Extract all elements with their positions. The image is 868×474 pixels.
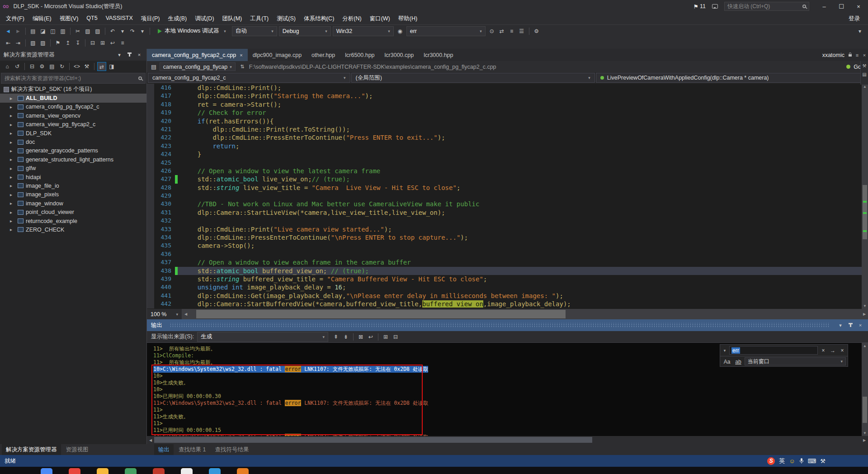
- toolbox-icon[interactable]: ⚒: [861, 63, 868, 68]
- find-next-icon[interactable]: →: [829, 347, 837, 354]
- taskbar-app-icon[interactable]: [125, 468, 137, 474]
- code-line-442[interactable]: 442 dlp::Camera::StartBufferedView(*came…: [147, 300, 862, 308]
- member-dropdown[interactable]: LivePreviewOfCameraWithAppliedConfig(dlp…: [596, 73, 867, 83]
- collapse-all2-icon[interactable]: ⊟: [391, 332, 400, 341]
- view-code-icon[interactable]: <>: [72, 62, 81, 71]
- tree-item-returncode_example[interactable]: ▸returncode_example: [0, 217, 146, 225]
- code-editor[interactable]: 416 dlp::CmdLine::Print();417 dlp::CmdLi…: [147, 84, 868, 309]
- menu-item[interactable]: 编辑(E): [28, 13, 56, 24]
- taskbar-app-icon[interactable]: [69, 468, 80, 474]
- tree-item-solution-root[interactable]: 解决方案'DLP_SDK' (16 个项目): [0, 85, 146, 94]
- code-line-420[interactable]: 420 if(ret.hasErrors()){: [147, 117, 862, 125]
- open-folder-icon[interactable]: ◪: [38, 27, 47, 36]
- menu-item[interactable]: 文件(F): [2, 13, 28, 24]
- next-bookmark-icon[interactable]: ↧: [73, 38, 82, 47]
- properties-icon[interactable]: ⚙: [38, 62, 47, 71]
- menu-item[interactable]: 分析(N): [338, 13, 365, 24]
- tree-item-generate_structured_light_patterns[interactable]: ▸generate_structured_light_patterns: [0, 155, 146, 164]
- chevron-right-icon[interactable]: ▸: [10, 131, 15, 136]
- format-icon[interactable]: ≡: [118, 38, 127, 47]
- taskbar-app-icon[interactable]: [41, 468, 52, 474]
- nav-back-icon[interactable]: ◄: [4, 27, 13, 36]
- output-line[interactable]: 11>ClCompile:: [153, 352, 194, 359]
- output-line[interactable]: 10>已用时间 00:00:00.30: [153, 393, 221, 400]
- expand-icon[interactable]: ⊞: [98, 38, 107, 47]
- chevron-right-icon[interactable]: ▸: [10, 104, 15, 109]
- navigate-icon[interactable]: ⇄: [497, 27, 506, 36]
- pin-icon[interactable]: [847, 322, 854, 328]
- find-combo[interactable]: err▾: [406, 26, 486, 36]
- keyboard-icon[interactable]: ⌨: [808, 458, 816, 465]
- code-line-440[interactable]: 440 unsigned int image_playback_delay = …: [147, 283, 862, 291]
- expand-all-icon[interactable]: ⊞: [381, 332, 390, 341]
- va-find-label[interactable]: xxatomic: [822, 52, 844, 58]
- panel-tab-查找符号结果[interactable]: 查找符号结果: [211, 444, 253, 455]
- output-content[interactable]: 11> 所有输出均为最新。11>ClCompile:11> 所有输出均为最新。1…: [147, 343, 868, 436]
- output-line[interactable]: 10>: [153, 373, 163, 379]
- chevron-right-icon[interactable]: ▸: [10, 175, 15, 180]
- window-position-icon[interactable]: ▾: [837, 322, 844, 328]
- code-line-428[interactable]: 428 std::string live_view_title = "Camer…: [147, 184, 862, 192]
- maximize-button[interactable]: ☐: [835, 3, 848, 10]
- panel-tab-解决方案资源管理器[interactable]: 解决方案资源管理器: [2, 444, 61, 455]
- code-line-424[interactable]: 424 }: [147, 150, 862, 158]
- panel-tab-资源视图[interactable]: 资源视图: [62, 444, 93, 455]
- notifications-flag-icon[interactable]: ⚑11: [693, 3, 706, 10]
- chevron-right-icon[interactable]: ▸: [10, 210, 15, 215]
- code-line-430[interactable]: 430 //TBD - Not work on Linux and Mac be…: [147, 200, 862, 208]
- output-line[interactable]: 11>生成失败。: [153, 413, 189, 420]
- taskbar-app-icon[interactable]: [97, 468, 108, 474]
- uncomment-icon[interactable]: ▨: [38, 38, 47, 47]
- close-icon[interactable]: ×: [857, 322, 864, 328]
- home-icon[interactable]: ⌂: [3, 62, 12, 71]
- clear-icon[interactable]: ×: [819, 347, 827, 354]
- menu-item[interactable]: 体系结构(C): [300, 13, 338, 24]
- grip-dots[interactable]: [170, 323, 830, 328]
- taskbar-app-icon[interactable]: [181, 468, 193, 474]
- code-line-437[interactable]: 437 // Open a window to view each frame …: [147, 258, 862, 266]
- sogou-logo-icon[interactable]: S: [767, 457, 775, 465]
- solution-search-box[interactable]: 搜索解决方案资源管理器(Ctrl+;): [1, 73, 146, 84]
- chevron-right-icon[interactable]: ▸: [10, 157, 15, 162]
- zoom-dropdown[interactable]: 100 %▾: [147, 309, 182, 319]
- copy-icon[interactable]: ▧: [83, 27, 92, 36]
- code-line-426[interactable]: 426 // Open a window to view the latest …: [147, 167, 862, 175]
- prev-bookmark-icon[interactable]: ↥: [63, 38, 72, 47]
- chevron-right-icon[interactable]: ▸: [10, 140, 15, 145]
- scroll-down-icon[interactable]: ▼: [862, 304, 868, 308]
- window-position-icon[interactable]: ▾: [116, 52, 123, 58]
- chevron-right-icon[interactable]: ▸: [10, 192, 15, 197]
- find-input[interactable]: err: [729, 346, 818, 355]
- chevron-right-icon[interactable]: ▸: [10, 201, 15, 206]
- goto-next-icon[interactable]: ⇟: [341, 332, 350, 341]
- output-vertical-scrollbar[interactable]: ▲ ▼: [862, 343, 868, 436]
- scroll-right-icon[interactable]: ▶: [861, 312, 868, 316]
- platform-dropdown[interactable]: Win32▾: [333, 26, 394, 36]
- output-line[interactable]: 10>: [153, 386, 163, 393]
- toolbar-overflow-icon[interactable]: ▾: [855, 27, 864, 36]
- scroll-up-icon[interactable]: ▲: [862, 344, 868, 348]
- chevron-right-icon[interactable]: ▸: [10, 166, 15, 171]
- tab-dlpc900_image-cpp[interactable]: dlpc900_image.cpp: [248, 49, 307, 61]
- updown-icon[interactable]: ⇅: [239, 64, 246, 70]
- chevron-right-icon[interactable]: ▸: [10, 113, 15, 118]
- code-line-441[interactable]: 441 dlp::CmdLine::Get(image_playback_del…: [147, 292, 862, 300]
- scope-dropdown[interactable]: (全局范围)▾: [351, 73, 595, 83]
- editor-horizontal-scrollbar[interactable]: ◀ ▶: [182, 309, 868, 319]
- menu-item[interactable]: 测试(S): [273, 13, 300, 24]
- tree-item-image_file_io[interactable]: ▸image_file_io: [0, 181, 146, 190]
- scroll-right-icon[interactable]: ▶: [861, 438, 868, 442]
- output-horizontal-scrollbar[interactable]: ◀ ▶: [147, 436, 868, 444]
- menu-item[interactable]: 帮助(H): [394, 13, 421, 24]
- context-dropdown[interactable]: camera_config_pg_flycap▾: [160, 62, 236, 71]
- output-line[interactable]: 11>: [153, 407, 163, 413]
- chevron-right-icon[interactable]: ▸: [10, 227, 15, 232]
- code-line-418[interactable]: 418 ret = camera->Start();: [147, 100, 862, 109]
- menu-item[interactable]: 工具(T): [246, 13, 273, 24]
- tab-lcr3000-cpp[interactable]: lcr3000.cpp: [380, 49, 419, 61]
- tab-lcr3000-hpp[interactable]: lcr3000.hpp: [419, 49, 458, 61]
- scroll-down-icon[interactable]: ▼: [862, 431, 868, 435]
- code-line-439[interactable]: 439 std::string buffered_view_title = "C…: [147, 275, 862, 283]
- goto-prev-icon[interactable]: ⇞: [331, 332, 340, 341]
- output-line[interactable]: 10>生成失败。: [153, 379, 189, 386]
